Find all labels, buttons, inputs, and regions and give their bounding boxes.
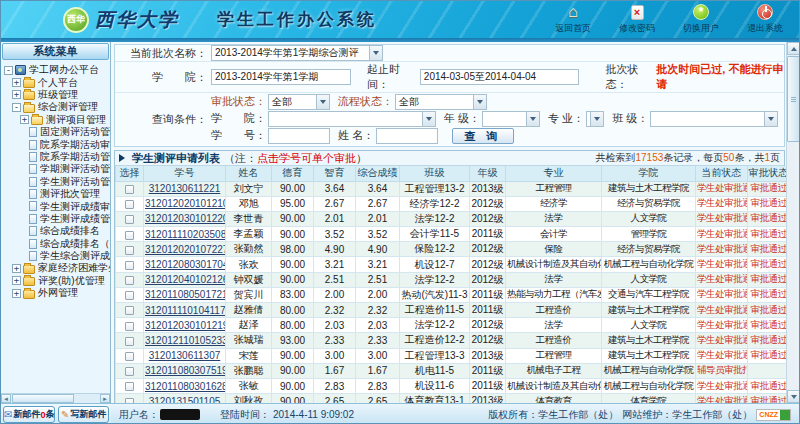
- student-id-link[interactable]: 312012030101219: [145, 320, 226, 331]
- cell-approve-status[interactable]: 审批通过: [748, 394, 790, 403]
- scroll-left-icon[interactable]: ◄: [1, 394, 11, 403]
- row-checkbox[interactable]: [125, 200, 134, 209]
- main-vertical-scrollbar[interactable]: [786, 42, 799, 403]
- cell-current-status[interactable]: 学生处审批通过: [696, 394, 748, 403]
- cell-current-status[interactable]: 学生处审批通过: [696, 303, 748, 318]
- tree-item-label[interactable]: 固定测评活动管理: [40, 126, 110, 138]
- flow-status-select[interactable]: 全部: [395, 94, 487, 110]
- tree-item-label[interactable]: 学生测评成绩审核: [40, 200, 110, 212]
- cell-approve-status[interactable]: 审批通过: [748, 348, 790, 363]
- tree-item-label[interactable]: 学生测评活动管理: [40, 176, 110, 188]
- student-id-link[interactable]: 312012110105233: [145, 335, 226, 346]
- student-id-link[interactable]: 312011110203508: [145, 229, 226, 240]
- student-id-link[interactable]: 312011080501721: [145, 289, 226, 300]
- student-id-link[interactable]: 312011110104117: [145, 305, 225, 316]
- dropdown-arrow-icon[interactable]: [764, 112, 777, 126]
- collapse-box-icon[interactable]: -: [12, 103, 21, 112]
- student-id-link[interactable]: 312012020101210: [145, 198, 226, 209]
- row-checkbox[interactable]: [125, 352, 134, 361]
- period-field[interactable]: [420, 69, 580, 85]
- cell-approve-status[interactable]: 审批通过: [748, 333, 790, 348]
- tree-item[interactable]: +家庭经济困难学生认定: [1, 262, 110, 274]
- college-field[interactable]: [211, 69, 351, 85]
- tree-item[interactable]: +评奖(助)优管理: [1, 275, 110, 287]
- approval-status-select[interactable]: 全部: [268, 94, 330, 110]
- tree-item[interactable]: 学生测评活动管理: [1, 176, 110, 188]
- student-id-link[interactable]: 312012030101220: [145, 213, 226, 224]
- dropdown-arrow-icon[interactable]: [473, 95, 486, 109]
- compose-mail-button[interactable]: ✎ 写新邮件: [58, 406, 109, 423]
- student-id-link[interactable]: 3120130611221: [149, 183, 221, 194]
- row-checkbox[interactable]: [125, 215, 134, 224]
- student-id-link[interactable]: 312011080301628: [145, 381, 226, 392]
- new-mail-button[interactable]: ✉ 新邮件0条: [3, 406, 55, 423]
- cell-approve-status[interactable]: 审批通过: [748, 211, 790, 226]
- cell-current-status[interactable]: 学生处审批通过: [696, 272, 748, 287]
- tree-item-label[interactable]: 综合测评管理: [38, 101, 98, 113]
- dropdown-arrow-icon[interactable]: [369, 46, 382, 60]
- cell-approve-status[interactable]: 审批通过: [748, 303, 790, 318]
- horizontal-scroll-thumb[interactable]: [12, 394, 74, 403]
- row-checkbox[interactable]: [125, 261, 134, 270]
- tree-item[interactable]: 学生综合测评成绩: [1, 250, 110, 262]
- student-id-link[interactable]: 3120131501105: [149, 396, 221, 403]
- query-college-select[interactable]: [268, 111, 436, 127]
- scroll-right-icon[interactable]: ►: [100, 394, 110, 403]
- tree-item-label[interactable]: 评奖(助)优管理: [38, 275, 105, 287]
- row-checkbox[interactable]: [125, 367, 134, 376]
- tree-item-label[interactable]: 个人平台: [38, 76, 78, 88]
- dropdown-arrow-icon[interactable]: [526, 112, 539, 126]
- tree-item[interactable]: 院系学期活动管理: [1, 151, 110, 163]
- student-id-input[interactable]: [268, 128, 330, 144]
- tree-item-label[interactable]: 测评项目管理: [46, 114, 106, 126]
- student-id-link[interactable]: 3120130611307: [149, 350, 221, 361]
- scroll-up-icon[interactable]: [787, 42, 799, 55]
- vertical-scroll-thumb[interactable]: [787, 56, 799, 142]
- tree-item-label[interactable]: 综合成绩排名: [40, 225, 100, 237]
- tree-item[interactable]: -综合测评管理: [1, 101, 110, 113]
- major-select[interactable]: [586, 111, 604, 127]
- cell-current-status[interactable]: 学生处审批通过: [696, 318, 748, 333]
- tree-item[interactable]: 测评批次管理: [1, 188, 110, 200]
- cell-approve-status[interactable]: 审批通过: [748, 318, 790, 333]
- row-checkbox[interactable]: [125, 382, 134, 391]
- cell-current-status[interactable]: 学生处审批通过: [696, 211, 748, 226]
- cell-approve-status[interactable]: 审批通过: [748, 272, 790, 287]
- expand-box-icon[interactable]: +: [20, 115, 29, 124]
- cell-current-status[interactable]: 学生处审批通过: [696, 348, 748, 363]
- student-id-link[interactable]: 312012020107227: [145, 244, 226, 255]
- cell-approve-status[interactable]: 审批通过: [748, 181, 790, 196]
- switch-user-button[interactable]: * 切换用户: [677, 3, 725, 35]
- tree-item[interactable]: 综合成绩排名: [1, 225, 110, 237]
- expand-box-icon[interactable]: +: [12, 276, 21, 285]
- cell-approve-status[interactable]: 审批通过: [748, 378, 790, 393]
- tree-item-label[interactable]: 综合成绩排名（学年: [40, 237, 110, 249]
- cell-approve-status[interactable]: 审批通过: [748, 196, 790, 211]
- tree-item[interactable]: 学期测评活动管理: [1, 163, 110, 175]
- row-checkbox[interactable]: [125, 185, 134, 194]
- cell-current-status[interactable]: 学生处审批通过: [696, 378, 748, 393]
- change-password-button[interactable]: × 修改密码: [613, 3, 661, 35]
- row-checkbox[interactable]: [125, 322, 134, 331]
- tree-item[interactable]: +班级管理: [1, 89, 110, 101]
- scroll-down-icon[interactable]: [787, 390, 799, 403]
- expand-box-icon[interactable]: +: [12, 78, 21, 87]
- cell-current-status[interactable]: 辅导员审批打回: [696, 363, 748, 378]
- row-checkbox[interactable]: [125, 276, 134, 285]
- tree-item-label[interactable]: 学期测评活动管理: [40, 163, 110, 175]
- cell-current-status[interactable]: 学生处审批通过: [696, 227, 748, 242]
- cell-approve-status[interactable]: 审批通过: [748, 257, 790, 272]
- tree-item-label[interactable]: 学生综合测评成绩: [40, 250, 110, 262]
- expand-box-icon[interactable]: +: [12, 90, 21, 99]
- tree-item-label[interactable]: 班级管理: [38, 89, 78, 101]
- home-button[interactable]: ⌂ 返回首页: [549, 3, 597, 35]
- student-id-link[interactable]: 312012040102126: [145, 274, 226, 285]
- cell-approve-status[interactable]: 审批通过: [748, 227, 790, 242]
- student-id-link[interactable]: 312011080307519: [145, 365, 226, 376]
- search-button[interactable]: 查 询: [452, 128, 514, 144]
- class-select[interactable]: [650, 111, 778, 127]
- cnzz-badge[interactable]: CNZZ: [756, 409, 791, 421]
- cell-current-status[interactable]: 学生处审批通过: [696, 196, 748, 211]
- cell-current-status[interactable]: 学生处审批通过: [696, 333, 748, 348]
- cell-current-status[interactable]: 学生处审批通过: [696, 242, 748, 257]
